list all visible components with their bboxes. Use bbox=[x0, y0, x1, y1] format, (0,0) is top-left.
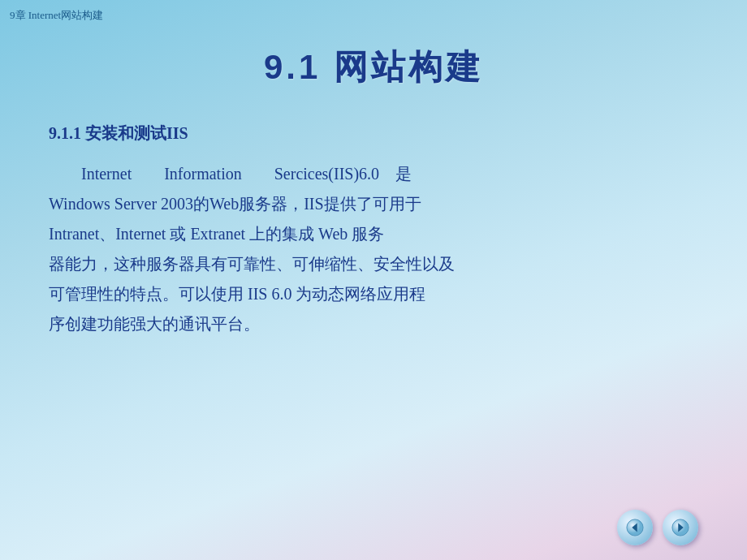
body-line5: 可管理性的特点。可以使用 IIS 6.0 为动态网络应用程 bbox=[49, 285, 425, 303]
prev-button[interactable] bbox=[617, 510, 653, 545]
body-line1: Internet Information Sercices(IIS)6.0 是 bbox=[49, 165, 412, 183]
nav-buttons bbox=[617, 510, 698, 545]
section-subtitle: 9.1.1 安装和测试IIS bbox=[49, 123, 698, 144]
main-title: 9.1 网站构建 bbox=[0, 45, 747, 90]
body-line3: Intranet、Internet 或 Extranet 上的集成 Web 服务 bbox=[49, 225, 384, 243]
body-line4: 器能力，这种服务器具有可靠性、可伸缩性、安全性以及 bbox=[49, 255, 455, 273]
section-body: Internet Information Sercices(IIS)6.0 是 … bbox=[49, 159, 698, 339]
body-line2: Windows Server 2003的Web服务器，IIS提供了可用于 bbox=[49, 195, 421, 213]
body-line6: 序创建功能强大的通讯平台。 bbox=[49, 315, 260, 333]
next-button[interactable] bbox=[663, 510, 698, 545]
slide: 9章 Internet网站构建 9.1 网站构建 9.1.1 安装和测试IIS … bbox=[0, 0, 747, 560]
chapter-label: 9章 Internet网站构建 bbox=[10, 8, 103, 23]
content-area: 9.1.1 安装和测试IIS Internet Information Serc… bbox=[49, 123, 698, 544]
